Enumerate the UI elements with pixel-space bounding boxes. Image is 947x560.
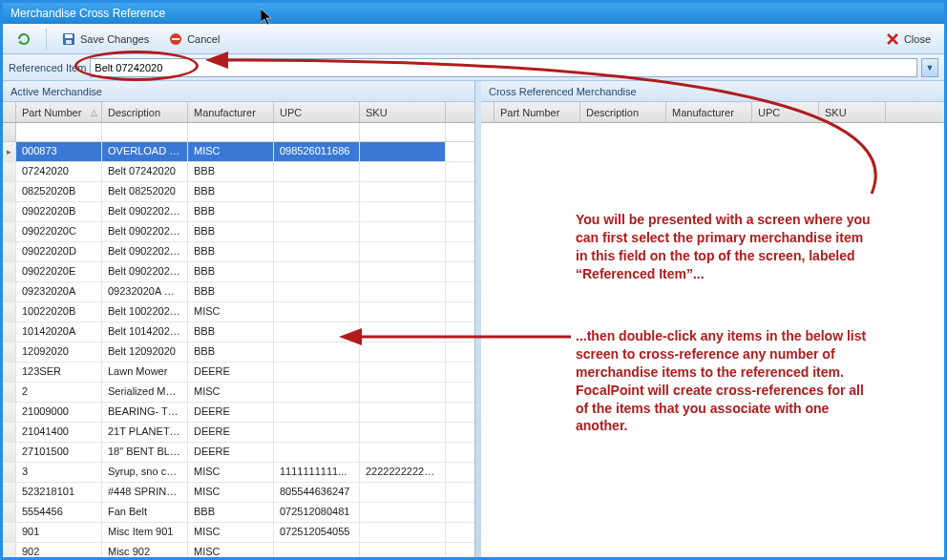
table-row[interactable]: 08252020BBelt 08252020BBB (3, 182, 474, 202)
col-sku[interactable]: SKU (360, 102, 446, 122)
cell-manu: BBB (188, 182, 274, 201)
save-button[interactable]: Save Changes (53, 29, 157, 50)
table-row[interactable]: 123SERLawn MowerDEERE (3, 363, 474, 383)
table-row[interactable]: 12092020Belt 12092020BBB (3, 342, 474, 363)
table-row[interactable]: 07242020Belt 07242020BBB (3, 162, 474, 182)
cell-sku (360, 403, 446, 422)
cell-upc (274, 222, 360, 241)
cell-upc (274, 322, 360, 342)
row-indicator (3, 322, 16, 342)
row-indicator (3, 262, 16, 281)
table-row[interactable]: 10022020BBelt 10022020BMISC (3, 302, 474, 322)
cell-sku (360, 322, 446, 342)
cell-part: 3 (16, 463, 102, 482)
cell-desc: Serialized Merch (102, 383, 188, 402)
cell-part: 123SER (16, 363, 102, 382)
cell-part: 10022020B (16, 302, 102, 321)
table-row[interactable]: 2104140021T PLANET G...DEERE (3, 423, 474, 443)
referenced-item-input[interactable] (90, 58, 917, 77)
cell-sku (360, 222, 446, 241)
refresh-button[interactable] (9, 29, 39, 50)
right-grid-body[interactable] (481, 123, 944, 557)
cell-part: 09022020B (16, 202, 102, 221)
col-manufacturer[interactable]: Manufacturer (188, 102, 274, 122)
cell-desc: 09232020A Belt (102, 282, 188, 301)
cell-part: 901 (16, 523, 102, 542)
cell-upc (274, 363, 360, 382)
cell-upc (274, 242, 360, 261)
row-indicator (3, 543, 16, 557)
row-indicator (3, 222, 16, 241)
table-row[interactable]: ▸000873OVERLOAD 1....MISC098526011686 (3, 142, 474, 162)
mouse-cursor-icon (261, 9, 276, 28)
cell-part: 5554456 (16, 503, 102, 522)
cell-sku (360, 543, 446, 557)
cancel-button[interactable]: Cancel (160, 29, 227, 50)
left-grid-header: Part Number△ Description Manufacturer UP… (3, 102, 474, 123)
col-manufacturer-r[interactable]: Manufacturer (666, 102, 752, 122)
cell-sku (360, 162, 446, 181)
referenced-item-dropdown[interactable]: ▼ (921, 58, 938, 77)
table-row[interactable]: 21009000BEARING- THR...DEERE (3, 403, 474, 423)
cell-desc: 18" BENT BLAD... (102, 443, 188, 462)
window-title: Merchandise Cross Reference (11, 7, 165, 20)
cell-desc: Misc 902 (102, 543, 188, 557)
left-grid-body[interactable]: ▸000873OVERLOAD 1....MISC098526011686072… (3, 142, 474, 557)
cell-sku (360, 342, 446, 362)
cell-upc: 072512080481 (274, 503, 360, 522)
col-description[interactable]: Description (102, 102, 188, 122)
toolbar: Save Changes Cancel Close (3, 24, 944, 54)
cell-desc: Lawn Mower (102, 363, 188, 382)
svg-rect-1 (65, 34, 73, 38)
cell-upc (274, 262, 360, 281)
row-indicator (3, 302, 16, 321)
toolbar-separator (46, 29, 47, 50)
table-row[interactable]: 3Syrup, sno coneMISC1111111111...2222222… (3, 463, 474, 483)
col-part-number[interactable]: Part Number△ (16, 102, 102, 122)
table-row[interactable]: 09232020A09232020A BeltBBB (3, 282, 474, 302)
cell-manu: MISC (188, 302, 274, 321)
cancel-icon (168, 31, 183, 47)
close-button[interactable]: Close (877, 29, 938, 50)
row-indicator (3, 443, 16, 462)
table-row[interactable]: 2Serialized MerchMISC (3, 383, 474, 403)
cell-part: 21009000 (16, 403, 102, 422)
cell-part: 09022020C (16, 222, 102, 241)
cell-manu: MISC (188, 543, 274, 557)
cell-upc (274, 383, 360, 402)
cell-sku (360, 282, 446, 301)
table-row[interactable]: 10142020ABelt 10142020ABBB (3, 322, 474, 342)
table-row[interactable]: 523218101#448 SPRING ...MISC805544636247 (3, 483, 474, 503)
row-indicator (3, 463, 16, 482)
col-upc[interactable]: UPC (274, 102, 360, 122)
cell-upc: 072512054055 (274, 523, 360, 542)
cell-manu: MISC (188, 383, 274, 402)
table-row[interactable]: 5554456Fan BeltBBB072512080481 (3, 503, 474, 523)
table-row[interactable]: 09022020DBelt 09022020DBBB (3, 242, 474, 262)
cell-manu: BBB (188, 282, 274, 301)
table-row[interactable]: 09022020BBelt 09022020BBBB (3, 202, 474, 222)
cell-part: 902 (16, 543, 102, 557)
table-row[interactable]: 902Misc 902MISC (3, 543, 474, 557)
cell-desc: Belt 10142020A (102, 322, 188, 342)
table-row[interactable]: 09022020CBelt 09022020CBBB (3, 222, 474, 242)
row-indicator (3, 483, 16, 502)
row-indicator (3, 342, 16, 362)
col-sku-r[interactable]: SKU (819, 102, 886, 122)
col-part-number-r[interactable]: Part Number (495, 102, 580, 122)
app-window: Merchandise Cross Reference Save Changes… (0, 0, 947, 560)
cell-sku (360, 443, 446, 462)
table-row[interactable]: 09022020EBelt 09022020EBBB (3, 262, 474, 282)
cell-desc: Belt 12092020 (102, 342, 188, 362)
row-indicator (3, 523, 16, 542)
table-row[interactable]: 901Misc Item 901MISC072512054055 (3, 523, 474, 543)
filter-row[interactable] (3, 123, 474, 142)
cell-manu: BBB (188, 222, 274, 241)
row-indicator (3, 363, 16, 382)
row-indicator (3, 282, 16, 301)
cell-manu: BBB (188, 503, 274, 522)
cell-manu: MISC (188, 523, 274, 542)
table-row[interactable]: 2710150018" BENT BLAD...DEERE (3, 443, 474, 463)
col-description-r[interactable]: Description (580, 102, 666, 122)
col-upc-r[interactable]: UPC (752, 102, 819, 122)
